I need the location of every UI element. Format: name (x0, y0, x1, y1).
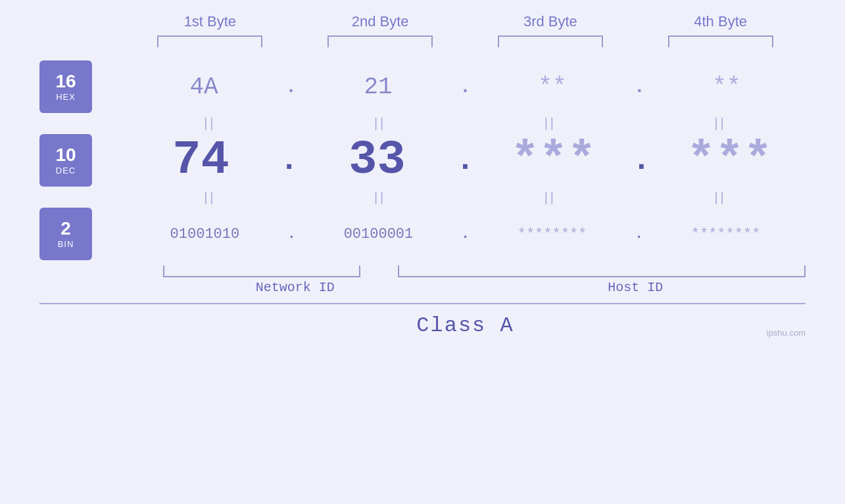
dec-byte1: 74 (172, 133, 229, 187)
dec-dot2: . (456, 143, 475, 178)
byte3-header: 3rd Byte (466, 13, 636, 30)
top-brackets (39, 35, 806, 47)
equals-6: || (374, 190, 386, 205)
byte1-header: 1st Byte (125, 13, 295, 30)
bin-values: 01001010 . 00100001 . ******** . *******… (125, 226, 806, 242)
hex-byte1: 4A (189, 74, 218, 101)
bottom-brackets (125, 265, 806, 277)
hex-values: 4A . 21 . ** . ** (125, 74, 806, 101)
bin-byte4: ******** (691, 226, 761, 242)
equals-3: || (544, 116, 556, 131)
dec-byte3: *** (511, 133, 596, 187)
bracket-byte3 (498, 35, 603, 47)
dec-badge: 10 DEC (39, 134, 92, 187)
bin-base-number: 2 (60, 219, 71, 239)
bin-dot2: . (461, 226, 470, 242)
bin-dot1: . (287, 226, 296, 242)
byte2-header: 2nd Byte (295, 13, 466, 30)
bottom-area: Network ID Host ID (39, 265, 806, 295)
bin-byte3: ******** (518, 226, 587, 242)
host-bracket (398, 265, 806, 277)
bin-row: 2 BIN 01001010 . 00100001 . ******** . *… (39, 208, 806, 260)
hex-row: 16 HEX 4A . 21 . ** . ** (39, 60, 806, 113)
equals-1: || (204, 116, 216, 131)
dec-base-number: 10 (55, 145, 76, 166)
dec-values: 74 . 33 . *** . *** (125, 133, 806, 187)
network-bracket (163, 265, 360, 277)
class-label: Class A (416, 313, 514, 338)
watermark: ipshu.com (767, 328, 806, 338)
hex-dot2: . (460, 77, 471, 97)
equals-7: || (544, 190, 556, 205)
byte4-header: 4th Byte (635, 13, 806, 30)
network-id-label: Network ID (125, 280, 466, 295)
hex-byte2: 21 (364, 74, 392, 101)
dec-byte4: *** (687, 133, 773, 187)
bin-byte1: 01001010 (170, 226, 240, 242)
equals-4: || (714, 116, 726, 131)
bottom-labels: Network ID Host ID (125, 280, 806, 295)
dec-dot3: . (632, 143, 651, 178)
dec-row: 10 DEC 74 . 33 . *** . *** (39, 133, 806, 187)
hex-base-number: 16 (55, 72, 76, 92)
equals-row-2: || || || || (39, 190, 806, 205)
bin-badge: 2 BIN (39, 208, 92, 260)
hex-byte3: ** (538, 74, 566, 101)
hex-badge: 16 HEX (39, 60, 92, 113)
hex-base-label: HEX (56, 92, 76, 102)
hex-dot1: . (285, 77, 297, 97)
host-id-label: Host ID (466, 280, 806, 295)
hex-dot3: . (634, 77, 645, 97)
bin-byte2: 00100001 (344, 226, 414, 242)
equals-8: || (714, 190, 726, 205)
bin-dot3: . (635, 226, 643, 242)
bracket-byte1 (157, 35, 262, 47)
dec-byte2: 33 (349, 133, 405, 187)
bracket-byte4 (668, 35, 773, 47)
equals-2: || (374, 116, 386, 131)
dec-dot1: . (279, 143, 299, 178)
bin-base-label: BIN (58, 239, 74, 249)
bracket-byte2 (327, 35, 433, 47)
equals-row-1: || || || || (39, 116, 806, 131)
byte-headers-row: 1st Byte 2nd Byte 3rd Byte 4th Byte (39, 13, 806, 30)
hex-byte4: ** (712, 74, 740, 101)
class-row: Class A ipshu.com (39, 303, 806, 338)
dec-base-label: DEC (56, 166, 76, 175)
equals-5: || (204, 190, 216, 205)
